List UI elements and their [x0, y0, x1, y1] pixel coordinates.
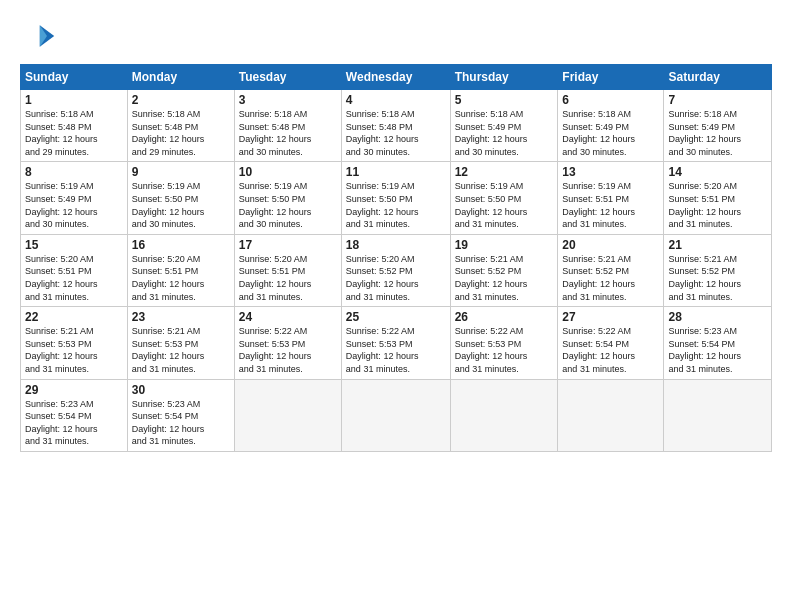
weekday-header-friday: Friday [558, 65, 664, 90]
day-number: 17 [239, 238, 337, 252]
day-info: Sunrise: 5:20 AM Sunset: 5:51 PM Dayligh… [132, 253, 230, 303]
calendar-cell [234, 379, 341, 451]
calendar-cell: 29Sunrise: 5:23 AM Sunset: 5:54 PM Dayli… [21, 379, 128, 451]
day-info: Sunrise: 5:19 AM Sunset: 5:50 PM Dayligh… [239, 180, 337, 230]
calendar-cell: 19Sunrise: 5:21 AM Sunset: 5:52 PM Dayli… [450, 234, 558, 306]
day-info: Sunrise: 5:20 AM Sunset: 5:51 PM Dayligh… [668, 180, 767, 230]
day-number: 6 [562, 93, 659, 107]
weekday-header-thursday: Thursday [450, 65, 558, 90]
day-number: 16 [132, 238, 230, 252]
day-number: 1 [25, 93, 123, 107]
calendar-cell: 28Sunrise: 5:23 AM Sunset: 5:54 PM Dayli… [664, 307, 772, 379]
calendar-cell: 11Sunrise: 5:19 AM Sunset: 5:50 PM Dayli… [341, 162, 450, 234]
day-info: Sunrise: 5:19 AM Sunset: 5:50 PM Dayligh… [455, 180, 554, 230]
calendar-cell: 1Sunrise: 5:18 AM Sunset: 5:48 PM Daylig… [21, 90, 128, 162]
day-info: Sunrise: 5:20 AM Sunset: 5:51 PM Dayligh… [25, 253, 123, 303]
calendar-cell: 6Sunrise: 5:18 AM Sunset: 5:49 PM Daylig… [558, 90, 664, 162]
day-number: 19 [455, 238, 554, 252]
day-info: Sunrise: 5:18 AM Sunset: 5:49 PM Dayligh… [455, 108, 554, 158]
day-number: 10 [239, 165, 337, 179]
day-number: 15 [25, 238, 123, 252]
day-number: 24 [239, 310, 337, 324]
calendar: SundayMondayTuesdayWednesdayThursdayFrid… [20, 64, 772, 452]
day-info: Sunrise: 5:21 AM Sunset: 5:52 PM Dayligh… [455, 253, 554, 303]
calendar-cell: 27Sunrise: 5:22 AM Sunset: 5:54 PM Dayli… [558, 307, 664, 379]
day-number: 14 [668, 165, 767, 179]
calendar-cell: 13Sunrise: 5:19 AM Sunset: 5:51 PM Dayli… [558, 162, 664, 234]
day-number: 3 [239, 93, 337, 107]
day-number: 9 [132, 165, 230, 179]
calendar-cell: 2Sunrise: 5:18 AM Sunset: 5:48 PM Daylig… [127, 90, 234, 162]
calendar-week-5: 29Sunrise: 5:23 AM Sunset: 5:54 PM Dayli… [21, 379, 772, 451]
day-info: Sunrise: 5:23 AM Sunset: 5:54 PM Dayligh… [132, 398, 230, 448]
page: SundayMondayTuesdayWednesdayThursdayFrid… [0, 0, 792, 612]
weekday-header-saturday: Saturday [664, 65, 772, 90]
calendar-cell: 9Sunrise: 5:19 AM Sunset: 5:50 PM Daylig… [127, 162, 234, 234]
calendar-week-4: 22Sunrise: 5:21 AM Sunset: 5:53 PM Dayli… [21, 307, 772, 379]
day-info: Sunrise: 5:20 AM Sunset: 5:51 PM Dayligh… [239, 253, 337, 303]
calendar-cell: 23Sunrise: 5:21 AM Sunset: 5:53 PM Dayli… [127, 307, 234, 379]
day-info: Sunrise: 5:18 AM Sunset: 5:49 PM Dayligh… [668, 108, 767, 158]
day-number: 29 [25, 383, 123, 397]
day-number: 18 [346, 238, 446, 252]
day-info: Sunrise: 5:20 AM Sunset: 5:52 PM Dayligh… [346, 253, 446, 303]
calendar-cell: 24Sunrise: 5:22 AM Sunset: 5:53 PM Dayli… [234, 307, 341, 379]
day-number: 11 [346, 165, 446, 179]
day-info: Sunrise: 5:22 AM Sunset: 5:53 PM Dayligh… [239, 325, 337, 375]
calendar-cell: 3Sunrise: 5:18 AM Sunset: 5:48 PM Daylig… [234, 90, 341, 162]
day-number: 12 [455, 165, 554, 179]
day-info: Sunrise: 5:18 AM Sunset: 5:48 PM Dayligh… [346, 108, 446, 158]
day-info: Sunrise: 5:19 AM Sunset: 5:49 PM Dayligh… [25, 180, 123, 230]
day-number: 25 [346, 310, 446, 324]
day-number: 4 [346, 93, 446, 107]
day-number: 28 [668, 310, 767, 324]
day-info: Sunrise: 5:18 AM Sunset: 5:49 PM Dayligh… [562, 108, 659, 158]
day-number: 8 [25, 165, 123, 179]
day-number: 30 [132, 383, 230, 397]
day-number: 22 [25, 310, 123, 324]
calendar-cell: 20Sunrise: 5:21 AM Sunset: 5:52 PM Dayli… [558, 234, 664, 306]
calendar-cell: 10Sunrise: 5:19 AM Sunset: 5:50 PM Dayli… [234, 162, 341, 234]
calendar-cell: 5Sunrise: 5:18 AM Sunset: 5:49 PM Daylig… [450, 90, 558, 162]
logo-icon [20, 18, 56, 54]
day-info: Sunrise: 5:22 AM Sunset: 5:54 PM Dayligh… [562, 325, 659, 375]
day-number: 13 [562, 165, 659, 179]
calendar-cell: 12Sunrise: 5:19 AM Sunset: 5:50 PM Dayli… [450, 162, 558, 234]
day-info: Sunrise: 5:23 AM Sunset: 5:54 PM Dayligh… [668, 325, 767, 375]
calendar-cell: 25Sunrise: 5:22 AM Sunset: 5:53 PM Dayli… [341, 307, 450, 379]
header [20, 18, 772, 54]
day-info: Sunrise: 5:22 AM Sunset: 5:53 PM Dayligh… [455, 325, 554, 375]
calendar-cell: 4Sunrise: 5:18 AM Sunset: 5:48 PM Daylig… [341, 90, 450, 162]
day-info: Sunrise: 5:22 AM Sunset: 5:53 PM Dayligh… [346, 325, 446, 375]
day-info: Sunrise: 5:21 AM Sunset: 5:53 PM Dayligh… [25, 325, 123, 375]
weekday-header-wednesday: Wednesday [341, 65, 450, 90]
day-info: Sunrise: 5:19 AM Sunset: 5:50 PM Dayligh… [132, 180, 230, 230]
calendar-cell: 16Sunrise: 5:20 AM Sunset: 5:51 PM Dayli… [127, 234, 234, 306]
day-number: 21 [668, 238, 767, 252]
calendar-cell [664, 379, 772, 451]
weekday-header-monday: Monday [127, 65, 234, 90]
calendar-cell [450, 379, 558, 451]
calendar-cell: 14Sunrise: 5:20 AM Sunset: 5:51 PM Dayli… [664, 162, 772, 234]
calendar-cell: 17Sunrise: 5:20 AM Sunset: 5:51 PM Dayli… [234, 234, 341, 306]
day-info: Sunrise: 5:19 AM Sunset: 5:51 PM Dayligh… [562, 180, 659, 230]
calendar-cell: 8Sunrise: 5:19 AM Sunset: 5:49 PM Daylig… [21, 162, 128, 234]
calendar-cell: 22Sunrise: 5:21 AM Sunset: 5:53 PM Dayli… [21, 307, 128, 379]
calendar-cell: 26Sunrise: 5:22 AM Sunset: 5:53 PM Dayli… [450, 307, 558, 379]
day-number: 26 [455, 310, 554, 324]
day-number: 27 [562, 310, 659, 324]
day-info: Sunrise: 5:23 AM Sunset: 5:54 PM Dayligh… [25, 398, 123, 448]
calendar-cell: 7Sunrise: 5:18 AM Sunset: 5:49 PM Daylig… [664, 90, 772, 162]
calendar-cell [341, 379, 450, 451]
day-number: 20 [562, 238, 659, 252]
logo [20, 18, 62, 54]
day-info: Sunrise: 5:21 AM Sunset: 5:52 PM Dayligh… [562, 253, 659, 303]
weekday-header-row: SundayMondayTuesdayWednesdayThursdayFrid… [21, 65, 772, 90]
calendar-cell [558, 379, 664, 451]
day-info: Sunrise: 5:21 AM Sunset: 5:53 PM Dayligh… [132, 325, 230, 375]
weekday-header-sunday: Sunday [21, 65, 128, 90]
day-number: 5 [455, 93, 554, 107]
day-info: Sunrise: 5:18 AM Sunset: 5:48 PM Dayligh… [239, 108, 337, 158]
day-info: Sunrise: 5:18 AM Sunset: 5:48 PM Dayligh… [25, 108, 123, 158]
day-number: 23 [132, 310, 230, 324]
